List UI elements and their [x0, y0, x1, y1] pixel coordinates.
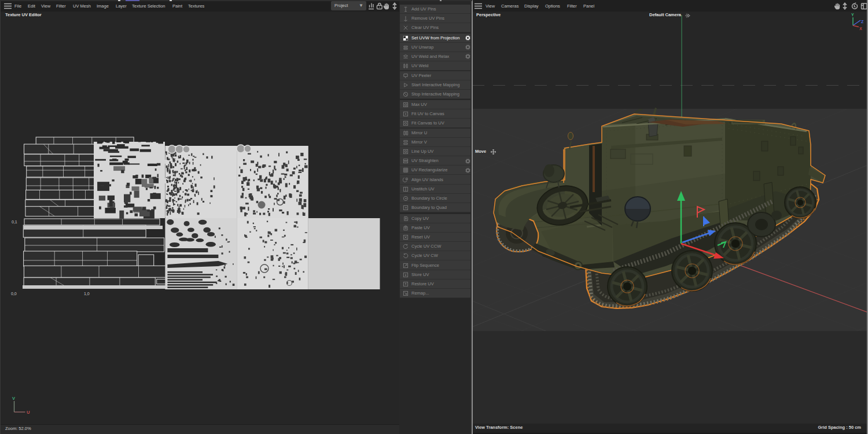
svg-text:U: U: [27, 410, 30, 415]
svg-text:0,1: 0,1: [12, 220, 17, 224]
svg-text:1,0: 1,0: [84, 292, 90, 296]
svg-text:X: X: [859, 27, 862, 31]
svg-text:Y: Y: [851, 13, 854, 17]
svg-text:Z: Z: [861, 20, 864, 24]
svg-text:0,0: 0,0: [11, 292, 17, 296]
svg-text:V: V: [12, 396, 15, 401]
